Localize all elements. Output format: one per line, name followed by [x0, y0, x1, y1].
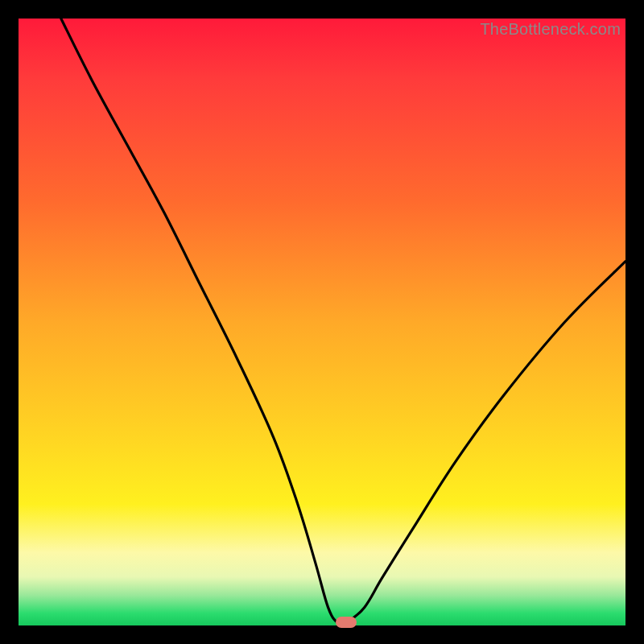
bottleneck-curve [19, 19, 625, 625]
chart-frame: TheBottleneck.com [0, 0, 644, 644]
optimal-point-marker [336, 617, 357, 628]
plot-area: TheBottleneck.com [19, 19, 625, 625]
